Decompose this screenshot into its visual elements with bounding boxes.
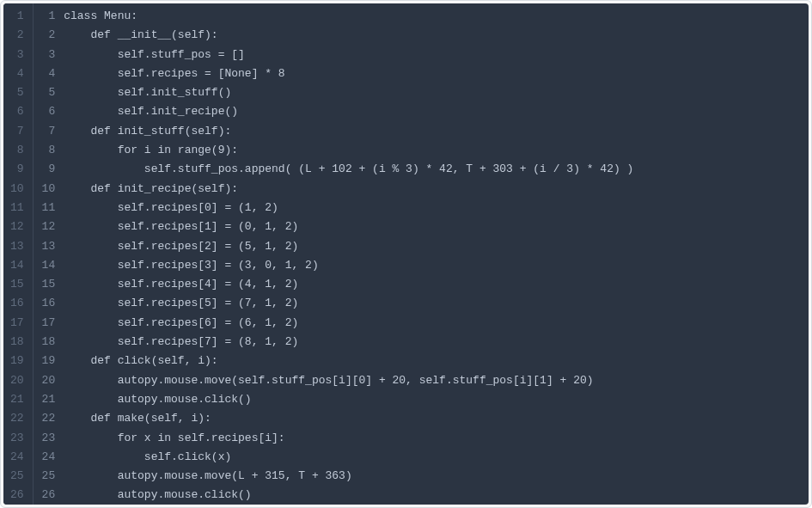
inner-line-number: 13 bbox=[42, 237, 56, 256]
inner-line-number: 18 bbox=[42, 333, 56, 352]
inner-line-number: 24 bbox=[42, 448, 56, 467]
outer-line-number: 2 bbox=[10, 26, 24, 45]
outer-line-number: 23 bbox=[10, 429, 24, 448]
code-line[interactable]: self.stuff_pos = [] bbox=[64, 46, 798, 64]
code-line[interactable]: def init_stuff(self): bbox=[64, 122, 798, 141]
code-line[interactable]: self.recipes[5] = (7, 1, 2) bbox=[64, 294, 798, 313]
inner-line-number: 16 bbox=[42, 294, 56, 313]
code-text: autopy.mouse.click() bbox=[118, 393, 252, 406]
code-text: self.recipes[1] = (0, 1, 2) bbox=[118, 220, 299, 233]
outer-line-number: 9 bbox=[10, 160, 24, 179]
code-text: self.init_stuff() bbox=[118, 86, 232, 99]
outer-line-number: 7 bbox=[10, 122, 24, 141]
code-editor[interactable]: 1234567891011121314151617181920212223242… bbox=[3, 3, 809, 505]
code-text: self.recipes[5] = (7, 1, 2) bbox=[118, 297, 299, 309]
outer-line-number: 22 bbox=[10, 409, 24, 428]
outer-line-number: 16 bbox=[10, 294, 24, 313]
code-line[interactable]: for i in range(9): bbox=[64, 141, 798, 160]
code-text: autopy.mouse.click() bbox=[118, 488, 252, 501]
inner-line-number: 21 bbox=[42, 390, 56, 409]
inner-line-number: 3 bbox=[42, 46, 56, 64]
code-line[interactable]: def click(self, i): bbox=[64, 352, 798, 370]
code-text: def init_recipe(self): bbox=[90, 182, 238, 195]
code-lines[interactable]: class Menu: def __init__(self): self.stu… bbox=[64, 7, 809, 501]
outer-line-number: 26 bbox=[10, 486, 24, 505]
code-line[interactable]: self.recipes[6] = (6, 1, 2) bbox=[64, 314, 798, 333]
inner-line-number: 8 bbox=[42, 141, 56, 160]
code-area[interactable]: 1234567891011121314151617181920212223242… bbox=[34, 3, 809, 505]
code-line[interactable]: self.recipes[2] = (5, 1, 2) bbox=[64, 237, 798, 256]
code-text: self.recipes[0] = (1, 2) bbox=[118, 201, 278, 214]
outer-line-number: 25 bbox=[10, 467, 24, 486]
inner-line-number: 1 bbox=[42, 7, 56, 26]
code-line[interactable]: autopy.mouse.click() bbox=[64, 390, 798, 409]
code-text: self.recipes[2] = (5, 1, 2) bbox=[118, 240, 299, 253]
code-line[interactable]: self.recipes[7] = (8, 1, 2) bbox=[64, 333, 798, 352]
outer-line-number: 18 bbox=[10, 333, 24, 352]
outer-line-number: 10 bbox=[10, 180, 24, 199]
code-line[interactable]: autopy.mouse.move(L + 315, T + 363) bbox=[64, 467, 798, 486]
outer-line-number: 19 bbox=[10, 352, 24, 370]
code-text: autopy.mouse.move(self.stuff_pos[i][0] +… bbox=[118, 374, 594, 387]
code-text: self.recipes = [None] * 8 bbox=[118, 67, 285, 80]
outer-line-number: 17 bbox=[10, 314, 24, 333]
code-line[interactable]: def make(self, i): bbox=[64, 409, 798, 428]
inner-line-number: 12 bbox=[42, 217, 56, 236]
inner-line-number: 4 bbox=[42, 64, 56, 83]
outer-line-number: 3 bbox=[10, 46, 24, 64]
code-text: self.recipes[4] = (4, 1, 2) bbox=[118, 278, 299, 291]
outer-line-number: 20 bbox=[10, 371, 24, 390]
code-text: self.recipes[6] = (6, 1, 2) bbox=[118, 316, 299, 329]
code-line[interactable]: for x in self.recipes[i]: bbox=[64, 429, 798, 448]
code-line[interactable]: self.stuff_pos.append( (L + 102 + (i % 3… bbox=[64, 160, 798, 179]
outer-line-number: 14 bbox=[10, 256, 24, 275]
outer-line-number: 12 bbox=[10, 217, 24, 236]
inner-line-number: 15 bbox=[42, 275, 56, 294]
inner-line-number: 9 bbox=[42, 160, 56, 179]
outer-line-number: 5 bbox=[10, 83, 24, 102]
inner-line-number: 17 bbox=[42, 314, 56, 333]
code-text: self.click(x) bbox=[144, 450, 231, 463]
code-line[interactable]: self.recipes = [None] * 8 bbox=[64, 64, 798, 83]
outer-line-number: 11 bbox=[10, 199, 24, 217]
code-line[interactable]: self.init_recipe() bbox=[64, 102, 798, 121]
code-text: for i in range(9): bbox=[118, 144, 238, 156]
code-line[interactable]: self.recipes[3] = (3, 0, 1, 2) bbox=[64, 256, 798, 275]
code-line[interactable]: self.init_stuff() bbox=[64, 83, 798, 102]
code-text: self.recipes[7] = (8, 1, 2) bbox=[118, 335, 299, 348]
outer-line-number: 6 bbox=[10, 102, 24, 121]
code-text: self.recipes[3] = (3, 0, 1, 2) bbox=[118, 259, 319, 272]
outer-line-number: 4 bbox=[10, 64, 24, 83]
code-text: self.stuff_pos = [] bbox=[118, 48, 245, 61]
code-line[interactable]: self.click(x) bbox=[64, 448, 798, 467]
editor-frame: 1234567891011121314151617181920212223242… bbox=[0, 0, 812, 508]
code-line[interactable]: autopy.mouse.move(self.stuff_pos[i][0] +… bbox=[64, 371, 798, 390]
inner-line-number: 5 bbox=[42, 83, 56, 102]
code-line[interactable]: class Menu: bbox=[64, 7, 798, 26]
outer-line-number: 15 bbox=[10, 275, 24, 294]
inner-line-number: 23 bbox=[42, 429, 56, 448]
inner-line-gutter: 1234567891011121314151617181920212223242… bbox=[34, 7, 64, 501]
code-text: def __init__(self): bbox=[90, 28, 217, 41]
inner-line-number: 22 bbox=[42, 409, 56, 428]
outer-line-number: 8 bbox=[10, 141, 24, 160]
outer-line-number: 1 bbox=[10, 7, 24, 26]
outer-line-number: 21 bbox=[10, 390, 24, 409]
inner-line-number: 26 bbox=[42, 486, 56, 505]
inner-line-number: 2 bbox=[42, 26, 56, 45]
inner-line-number: 10 bbox=[42, 180, 56, 199]
code-line[interactable]: self.recipes[0] = (1, 2) bbox=[64, 199, 798, 217]
outer-line-gutter: 1234567891011121314151617181920212223242… bbox=[3, 3, 34, 505]
code-text: def make(self, i): bbox=[90, 412, 211, 425]
code-line[interactable]: def __init__(self): bbox=[64, 26, 798, 45]
inner-line-number: 19 bbox=[42, 352, 56, 370]
code-line[interactable]: def init_recipe(self): bbox=[64, 180, 798, 199]
inner-line-number: 14 bbox=[42, 256, 56, 275]
code-line[interactable]: self.recipes[1] = (0, 1, 2) bbox=[64, 217, 798, 236]
outer-line-number: 24 bbox=[10, 448, 24, 467]
code-line[interactable]: self.recipes[4] = (4, 1, 2) bbox=[64, 275, 798, 294]
code-line[interactable]: autopy.mouse.click() bbox=[64, 486, 798, 505]
inner-line-number: 7 bbox=[42, 122, 56, 141]
code-text: self.stuff_pos.append( (L + 102 + (i % 3… bbox=[144, 162, 634, 175]
inner-line-number: 6 bbox=[42, 102, 56, 121]
